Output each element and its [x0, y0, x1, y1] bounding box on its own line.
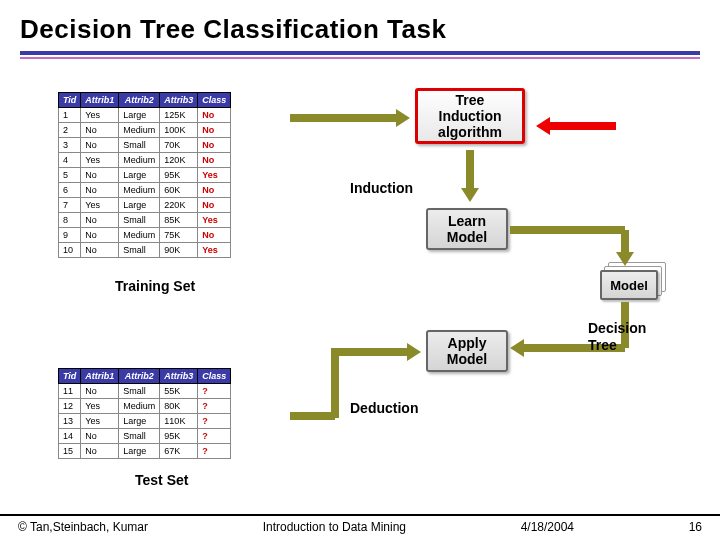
table-row: 2NoMedium100KNo [59, 123, 231, 138]
table-row: 9NoMedium75KNo [59, 228, 231, 243]
slide: Decision Tree Classification Task TidAtt… [0, 0, 720, 540]
test-table: TidAttrib1Attrib2Attrib3Class11NoSmall55… [58, 368, 231, 459]
table-header: Attrib3 [160, 369, 198, 384]
diagram-stage: TidAttrib1Attrib2Attrib3Class1YesLarge12… [40, 80, 700, 480]
table-row: 5NoLarge95KYes [59, 168, 231, 183]
table-row: 14NoSmall95K? [59, 429, 231, 444]
deduction-label: Deduction [350, 400, 418, 416]
table-row: 11NoSmall55K? [59, 384, 231, 399]
highlight-arrow-icon [536, 120, 616, 132]
arrow-learn-to-model-h [510, 226, 625, 234]
footer-title: Introduction to Data Mining [263, 520, 406, 534]
learn-model-box: Learn Model [426, 208, 508, 250]
arrow-test-to-apply-v [331, 348, 339, 418]
training-table: TidAttrib1Attrib2Attrib3Class1YesLarge12… [58, 92, 231, 258]
induction-label: Induction [350, 180, 413, 196]
table-header: Attrib2 [119, 369, 160, 384]
model-label: Model [610, 278, 648, 293]
footer-page: 16 [689, 520, 702, 534]
arrow-test-to-apply-1 [290, 410, 335, 422]
title-rule [0, 51, 720, 59]
table-row: 12YesMedium80K? [59, 399, 231, 414]
table-row: 3NoSmall70KNo [59, 138, 231, 153]
table-header: Class [198, 369, 231, 384]
slide-title: Decision Tree Classification Task [0, 0, 720, 51]
tree-induction-box: Tree Induction algorithm [415, 88, 525, 144]
table-row: 7YesLarge220KNo [59, 198, 231, 213]
table-header: Tid [59, 93, 81, 108]
table-header: Attrib3 [160, 93, 198, 108]
table-header: Attrib1 [81, 369, 119, 384]
table-row: 13YesLarge110K? [59, 414, 231, 429]
table-row: 4YesMedium120KNo [59, 153, 231, 168]
arrow-test-to-apply-2 [335, 346, 421, 358]
arrow-induction-to-learn [464, 150, 476, 202]
table-row: 15NoLarge67K? [59, 444, 231, 459]
table-header: Tid [59, 369, 81, 384]
arrow-learn-to-model-v [619, 230, 631, 266]
footer-copyright: © Tan,Steinbach, Kumar [18, 520, 148, 534]
table-header: Attrib2 [119, 93, 160, 108]
table-header: Attrib1 [81, 93, 119, 108]
footer-date: 4/18/2004 [521, 520, 574, 534]
table-row: 8NoSmall85KYes [59, 213, 231, 228]
footer: © Tan,Steinbach, Kumar Introduction to D… [0, 514, 720, 540]
test-set-label: Test Set [135, 472, 188, 488]
decision-tree-annotation: Decision Tree [588, 320, 646, 354]
apply-model-box: Apply Model [426, 330, 508, 372]
table-row: 1YesLarge125KNo [59, 108, 231, 123]
training-set-label: Training Set [115, 278, 195, 294]
table-row: 10NoSmall90KYes [59, 243, 231, 258]
table-header: Class [198, 93, 231, 108]
table-row: 6NoMedium60KNo [59, 183, 231, 198]
arrow-train-to-induction [290, 112, 410, 124]
